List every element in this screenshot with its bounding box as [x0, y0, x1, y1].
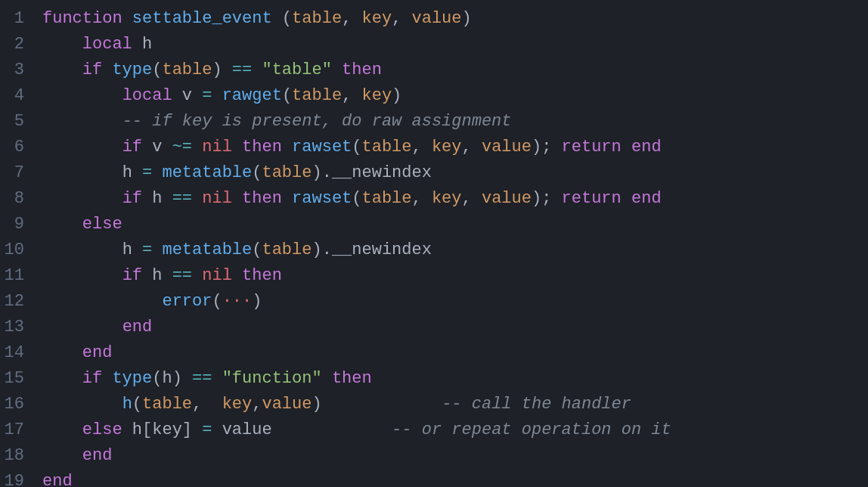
token-kw-end: end	[631, 138, 662, 157]
token-param: key	[432, 138, 462, 157]
token-kw-then: then	[242, 138, 282, 157]
token-var	[42, 292, 162, 311]
token-var: h	[122, 240, 142, 259]
code-editor: 12345678910111213141516171819 function s…	[0, 0, 868, 487]
token-var: ,	[412, 138, 432, 157]
line-number: 12	[0, 289, 24, 315]
token-kw-if: if	[122, 266, 142, 285]
token-kw-end: end	[82, 446, 113, 465]
token-var	[282, 138, 292, 157]
line-number: 1	[0, 6, 24, 32]
token-kw-then: then	[242, 266, 282, 285]
token-kw-end: end	[42, 472, 73, 487]
token-kw-return: return	[562, 138, 622, 157]
token-param: value	[482, 138, 532, 157]
token-var	[252, 60, 262, 79]
token-var	[152, 240, 162, 259]
token-param: table	[292, 86, 342, 105]
token-var	[42, 369, 82, 388]
token-fn-name: h	[122, 395, 132, 414]
code-line: local v = rawget(table, key)	[42, 83, 868, 109]
token-var	[232, 189, 242, 208]
code-line: if v ~= nil then rawset(table, key, valu…	[42, 135, 868, 160]
token-fn-name: error	[162, 292, 212, 311]
token-kw-then: then	[342, 60, 382, 79]
token-op: ==	[192, 369, 212, 388]
code-line: h = metatable(table).__newindex	[42, 160, 868, 186]
token-var: (	[282, 86, 292, 105]
token-param: table	[362, 189, 412, 208]
token-var: ).__newindex	[312, 240, 431, 259]
token-fn-name: type	[112, 60, 152, 79]
token-nil-val: nil	[202, 189, 232, 208]
token-var: ,	[392, 9, 411, 28]
token-op: =	[202, 420, 212, 439]
token-kw-end: end	[122, 318, 153, 337]
token-op: ==	[232, 60, 252, 79]
token-kw-else: else	[82, 215, 122, 234]
token-var: value	[212, 420, 271, 439]
token-var	[42, 86, 122, 105]
token-var	[102, 369, 112, 388]
line-number: 18	[0, 443, 24, 469]
token-var	[282, 189, 292, 208]
token-var: );	[532, 189, 562, 208]
token-param: table	[262, 163, 312, 182]
token-var: (h)	[152, 369, 192, 388]
token-var	[42, 35, 82, 54]
token-var: )	[312, 395, 321, 414]
line-number: 14	[0, 340, 24, 366]
token-kw-if: if	[82, 369, 102, 388]
token-nil-val: nil	[202, 138, 232, 157]
token-param: table	[362, 138, 412, 157]
token-var: (	[132, 395, 142, 414]
token-param: table	[142, 395, 192, 414]
token-op: ==	[172, 266, 192, 285]
token-fn-name: metatable	[162, 163, 252, 182]
token-var: (	[272, 9, 292, 28]
code-line: else	[42, 212, 868, 237]
token-var: ,	[252, 395, 262, 414]
token-var: )	[462, 9, 472, 28]
token-param: key	[432, 189, 462, 208]
line-number: 15	[0, 366, 24, 392]
line-number: 3	[0, 57, 24, 83]
token-var: ).__newindex	[312, 163, 431, 182]
token-fn-name: settable_event	[132, 9, 272, 28]
token-var: h	[122, 163, 142, 182]
token-fn-name: type	[112, 369, 152, 388]
token-fn-name: metatable	[162, 240, 252, 259]
token-var	[322, 369, 332, 388]
token-var: ,	[462, 189, 482, 208]
token-var	[42, 189, 122, 208]
code-line: if h == nil then rawset(table, key, valu…	[42, 186, 868, 212]
code-line: if type(table) == "table" then	[42, 57, 868, 83]
token-var	[332, 60, 342, 79]
token-var: ,	[462, 138, 482, 157]
token-str: "function"	[222, 369, 322, 388]
token-kw-if: if	[122, 138, 142, 157]
token-var: ,	[192, 395, 222, 414]
token-var: )	[252, 292, 262, 311]
token-var: h[key]	[122, 420, 203, 439]
code-line: end	[42, 340, 868, 366]
token-var	[42, 318, 122, 337]
token-kw-return: return	[562, 189, 622, 208]
code-line: end	[42, 443, 868, 469]
token-var: (	[252, 240, 262, 259]
code-line: end	[42, 469, 868, 487]
token-kw-if: if	[82, 60, 102, 79]
token-var: ,	[342, 86, 361, 105]
token-fn-name: rawset	[292, 138, 352, 157]
token-var	[192, 138, 202, 157]
line-number: 8	[0, 186, 24, 212]
token-var	[42, 215, 82, 234]
line-numbers: 12345678910111213141516171819	[0, 6, 36, 487]
token-var: h	[142, 266, 172, 285]
token-var: ,	[412, 189, 432, 208]
code-line: error(···)	[42, 289, 868, 315]
token-var	[102, 60, 112, 79]
code-content: function settable_event (table, key, val…	[36, 6, 868, 487]
token-fn-name: rawget	[222, 86, 282, 105]
token-var	[232, 138, 242, 157]
